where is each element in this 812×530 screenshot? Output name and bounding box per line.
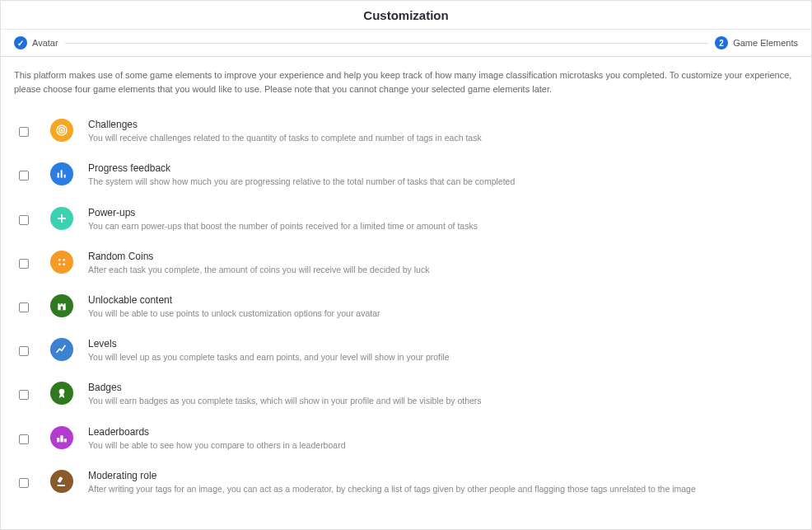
checkbox-wrap <box>19 119 35 137</box>
option-moderating: Moderating roleAfter writing your tags f… <box>14 461 798 504</box>
check-icon: ✓ <box>14 36 27 49</box>
option-title: Levels <box>88 338 798 349</box>
checkbox-badges[interactable] <box>19 390 29 400</box>
svg-point-6 <box>58 259 61 261</box>
step-label: Game Elements <box>733 38 798 48</box>
castle-icon <box>50 294 73 317</box>
podium-icon <box>50 426 73 449</box>
svg-rect-15 <box>58 476 63 483</box>
option-text: Moderating roleAfter writing your tags f… <box>88 470 798 495</box>
option-text: LeaderboardsYou will be able to see how … <box>88 426 798 452</box>
checkbox-wrap <box>19 294 35 312</box>
option-desc: After writing your tags for an image, yo… <box>88 483 798 495</box>
option-desc: The system will show how much you are pr… <box>88 176 798 188</box>
checkbox-wrap <box>19 382 35 400</box>
trend-icon <box>50 338 73 361</box>
option-text: Progress feedbackThe system will show ho… <box>88 162 798 188</box>
ribbon-icon <box>50 382 73 405</box>
svg-rect-13 <box>60 435 63 442</box>
option-title: Power-ups <box>88 207 798 218</box>
customization-page: Customization ✓ Avatar 2 Game Elements T… <box>0 0 812 530</box>
svg-rect-14 <box>64 439 67 442</box>
option-leaderboards: LeaderboardsYou will be able to see how … <box>14 417 798 461</box>
svg-rect-5 <box>64 175 66 178</box>
option-challenges: ChallengesYou will receive challenges re… <box>14 110 798 153</box>
target-icon <box>50 119 73 142</box>
stepper: ✓ Avatar 2 Game Elements <box>1 30 811 57</box>
checkbox-wrap <box>19 162 35 181</box>
option-text: ChallengesYou will receive challenges re… <box>88 119 798 144</box>
svg-point-8 <box>58 263 61 265</box>
checkbox-levels[interactable] <box>19 346 29 356</box>
option-desc: You can earn power-ups that boost the nu… <box>88 220 798 232</box>
checkbox-leaderboards[interactable] <box>19 434 29 444</box>
options-list: ChallengesYou will receive challenges re… <box>1 101 811 504</box>
option-title: Unlockable content <box>88 294 798 306</box>
option-text: Random CoinsAfter each task you complete… <box>88 251 798 276</box>
option-text: Unlockable contentYou will be able to us… <box>88 294 798 320</box>
checkbox-unlockable[interactable] <box>19 303 29 312</box>
bar-chart-icon <box>50 162 73 185</box>
option-title: Progress feedback <box>88 162 798 174</box>
option-progress: Progress feedbackThe system will show ho… <box>14 153 798 197</box>
svg-point-11 <box>59 389 65 395</box>
svg-rect-16 <box>58 485 65 486</box>
dice-icon <box>50 251 73 274</box>
svg-rect-12 <box>57 438 59 442</box>
checkbox-moderating[interactable] <box>19 478 29 488</box>
option-title: Random Coins <box>88 251 798 262</box>
option-powerups: Power-upsYou can earn power-ups that boo… <box>14 198 798 242</box>
checkbox-wrap <box>19 470 35 488</box>
checkbox-progress[interactable] <box>19 171 29 181</box>
checkbox-powerups[interactable] <box>19 215 29 225</box>
gavel-icon <box>50 470 73 493</box>
svg-point-7 <box>63 259 65 261</box>
option-desc: You will earn badges as you complete tas… <box>88 395 798 407</box>
option-text: BadgesYou will earn badges as you comple… <box>88 382 798 407</box>
step-game-elements[interactable]: 2 Game Elements <box>715 36 798 49</box>
step-label: Avatar <box>32 38 58 48</box>
checkbox-wrap <box>19 426 35 444</box>
option-title: Challenges <box>88 119 798 130</box>
checkbox-wrap <box>19 207 35 225</box>
checkbox-random[interactable] <box>19 259 29 269</box>
option-desc: You will receive challenges related to t… <box>88 132 798 144</box>
option-random: Random CoinsAfter each task you complete… <box>14 242 798 285</box>
svg-point-9 <box>63 263 65 265</box>
option-badges: BadgesYou will earn badges as you comple… <box>14 373 798 416</box>
svg-rect-3 <box>58 173 59 178</box>
svg-rect-10 <box>61 307 63 311</box>
plus-heart-icon <box>50 207 73 230</box>
option-title: Moderating role <box>88 470 798 481</box>
option-desc: You will be able to use points to unlock… <box>88 307 798 320</box>
svg-point-2 <box>61 129 63 131</box>
checkbox-challenges[interactable] <box>19 127 29 137</box>
page-title: Customization <box>1 1 811 30</box>
checkbox-wrap <box>19 251 35 269</box>
step-avatar[interactable]: ✓ Avatar <box>14 36 58 49</box>
step-number-icon: 2 <box>715 36 728 49</box>
option-text: Power-upsYou can earn power-ups that boo… <box>88 207 798 232</box>
option-levels: LevelsYou will level up as you complete … <box>14 329 798 373</box>
option-title: Leaderboards <box>88 426 798 438</box>
option-desc: After each task you complete, the amount… <box>88 264 798 276</box>
step-divider <box>65 43 709 44</box>
intro-text: This platform makes use of some game ele… <box>1 57 811 101</box>
option-desc: You will level up as you complete tasks … <box>88 351 798 363</box>
option-title: Badges <box>88 382 798 393</box>
option-text: LevelsYou will level up as you complete … <box>88 338 798 363</box>
svg-rect-4 <box>61 171 63 178</box>
option-unlockable: Unlockable contentYou will be able to us… <box>14 285 798 329</box>
checkbox-wrap <box>19 338 35 356</box>
option-desc: You will be able to see how you compare … <box>88 439 798 452</box>
